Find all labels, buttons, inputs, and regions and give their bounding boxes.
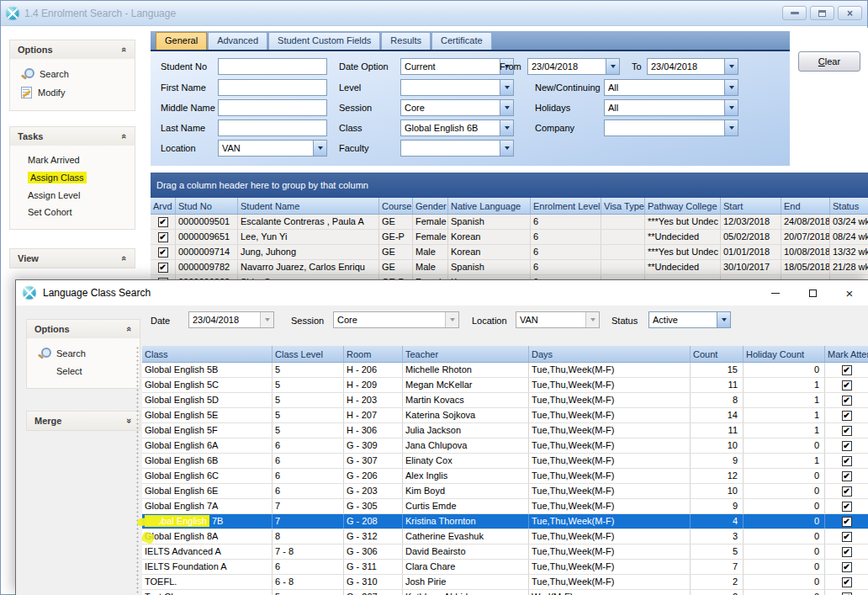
last-name-input[interactable] — [218, 120, 327, 136]
chevron-down-icon[interactable] — [500, 100, 513, 115]
column-header-visa-type[interactable]: Visa Type — [601, 198, 645, 214]
minimize-button[interactable] — [782, 6, 807, 20]
dialog-merge-panel-header[interactable]: Merge » — [27, 412, 140, 430]
sidebar-item-modify[interactable]: Modify — [10, 83, 135, 102]
checkbox-checked-icon[interactable]: ✔ — [842, 562, 852, 572]
dialog-close-button[interactable]: × — [831, 280, 868, 305]
cell-arvd[interactable]: ✔ — [151, 260, 176, 274]
column-header-end[interactable]: End — [781, 198, 830, 214]
class-row[interactable]: Global English 7A7G - 305Curtis EmdeTue,… — [142, 499, 868, 514]
panel-splitter[interactable] — [135, 346, 140, 595]
chevron-down-icon[interactable] — [717, 312, 730, 327]
cell-mark-atten[interactable]: ✔ — [825, 514, 868, 529]
tab-general[interactable]: General — [156, 32, 207, 50]
tasks-panel-header[interactable]: Tasks « — [10, 127, 135, 146]
cell-arvd[interactable]: ✔ — [151, 230, 176, 244]
chevron-down-icon[interactable] — [606, 59, 619, 74]
sidebar-item-mark-arrived[interactable]: Mark Arrived — [10, 151, 135, 168]
checkbox-checked-icon[interactable]: ✔ — [842, 365, 852, 375]
checkbox-checked-icon[interactable]: ✔ — [842, 396, 852, 406]
column-header-gender[interactable]: Gender — [413, 198, 448, 214]
chevron-down-icon[interactable] — [724, 120, 738, 135]
column-header-class-level[interactable]: Class Level — [273, 346, 344, 362]
column-header-course[interactable]: Course — [379, 198, 413, 214]
tab-student-custom-fields[interactable]: Student Custom Fields — [268, 32, 380, 50]
chevron-down-icon[interactable] — [500, 80, 513, 95]
column-header-native-language[interactable]: Native Language — [448, 198, 531, 214]
class-row[interactable]: IELTS Advanced A7 - 8G - 306David Beairs… — [142, 545, 868, 560]
cell-mark-atten[interactable]: ✔ — [825, 499, 868, 513]
cell-mark-atten[interactable]: ✔ — [825, 378, 868, 392]
dialog-options-panel-header[interactable]: Options « — [27, 320, 140, 338]
checkbox-checked-icon[interactable]: ✔ — [842, 577, 852, 587]
collapse-chevron-icon[interactable]: « — [119, 256, 130, 261]
cell-mark-atten[interactable]: ✔ — [825, 423, 868, 438]
column-header-holiday-count[interactable]: Holiday Count — [744, 346, 825, 362]
column-header-student-name[interactable]: Student Name — [238, 198, 379, 214]
dialog-minimize-button[interactable] — [757, 280, 794, 305]
column-header-days[interactable]: Days — [529, 346, 691, 362]
location-combobox[interactable]: VAN — [218, 140, 327, 157]
checkbox-checked-icon[interactable]: ✔ — [842, 441, 852, 451]
close-button[interactable]: × — [838, 6, 862, 20]
cell-mark-atten[interactable]: ✔ — [825, 393, 868, 407]
enrolment-row[interactable]: ✔0000009651Lee, Yun YiGE-PFemaleKorean6*… — [151, 230, 868, 245]
cell-mark-atten[interactable]: ✔ — [825, 454, 868, 468]
column-header-class[interactable]: Class — [142, 346, 273, 362]
tab-advanced[interactable]: Advanced — [208, 32, 267, 50]
clear-button[interactable]: Clear — [798, 51, 860, 72]
class-row[interactable]: Global English 5D5H - 203Martin KovacsTu… — [142, 393, 868, 408]
checkbox-checked-icon[interactable]: ✔ — [158, 232, 168, 242]
class-row[interactable]: IELTS Foundation A6G - 311Clara ChareTue… — [142, 560, 868, 575]
class-row[interactable]: Global English 6E6G - 203Kim BoydTue,Thu… — [142, 484, 868, 499]
chevron-down-icon[interactable] — [724, 80, 738, 95]
chevron-down-icon[interactable] — [500, 141, 513, 156]
cell-mark-atten[interactable]: ✔ — [825, 484, 868, 498]
column-header-stud-no[interactable]: Stud No — [176, 198, 238, 214]
checkbox-checked-icon[interactable]: ✔ — [842, 380, 852, 390]
collapse-chevron-icon[interactable]: « — [119, 47, 130, 52]
tab-results[interactable]: Results — [381, 32, 431, 50]
class-row[interactable]: Global English 5F5H - 306Julia JacksonTu… — [142, 423, 868, 438]
cell-mark-atten[interactable]: ✔ — [825, 560, 868, 574]
column-header-status[interactable]: Status — [830, 198, 868, 214]
checkbox-checked-icon[interactable]: ✔ — [842, 456, 852, 466]
chevron-down-icon[interactable] — [724, 59, 738, 74]
class-row[interactable]: Global English 6C6G - 206Alex InglisTue,… — [142, 469, 868, 484]
cell-mark-atten[interactable]: ✔ — [825, 408, 868, 422]
column-header-mark-atten[interactable]: Mark Atten — [825, 346, 868, 362]
to-date-combobox[interactable]: 23/04/2018 — [647, 58, 738, 75]
checkbox-checked-icon[interactable]: ✔ — [842, 502, 852, 512]
level-combobox[interactable] — [400, 79, 514, 96]
class-row[interactable]: Global English 6A6G - 309Jana ChlupovaTu… — [142, 438, 868, 454]
collapse-chevron-icon[interactable]: « — [124, 327, 135, 332]
class-row[interactable]: Global English 6B6G - 307Elinaty CoxTue,… — [142, 454, 868, 469]
cell-mark-atten[interactable]: ✔ — [825, 438, 868, 453]
session-combobox[interactable]: Core — [400, 99, 514, 116]
student-no-input[interactable] — [218, 58, 327, 75]
collapse-chevron-icon[interactable]: « — [119, 134, 130, 139]
cell-mark-atten[interactable]: ✔ — [825, 545, 868, 559]
cell-mark-atten[interactable]: ✔ — [825, 363, 868, 377]
checkbox-checked-icon[interactable]: ✔ — [158, 263, 168, 273]
class-row[interactable]: Global English 8A8G - 312Catherine Evash… — [142, 529, 868, 545]
column-header-arvd[interactable]: Arvd — [151, 198, 176, 214]
column-header-room[interactable]: Room — [344, 346, 403, 362]
enrolment-row[interactable]: ✔0000009501Escalante Contreras , Paula A… — [151, 215, 868, 230]
sidebar-item-search[interactable]: Search — [10, 65, 135, 83]
class-row[interactable]: Test Cl5G - 207Kathleen AldridWed(M-F)20… — [142, 590, 868, 595]
checkbox-checked-icon[interactable]: ✔ — [842, 411, 852, 421]
from-date-combobox[interactable]: 23/04/2018 — [527, 58, 620, 75]
checkbox-checked-icon[interactable]: ✔ — [158, 247, 168, 258]
column-header-enrolment-level[interactable]: Enrolment Level — [531, 198, 601, 214]
checkbox-checked-icon[interactable]: ✔ — [842, 426, 852, 436]
sidebar-item-select[interactable]: Select — [27, 363, 140, 380]
date-option-combobox[interactable]: Current — [400, 58, 514, 75]
group-by-band[interactable]: Drag a column header here to group by th… — [151, 173, 868, 198]
checkbox-checked-icon[interactable]: ✔ — [842, 486, 852, 497]
view-panel-header[interactable]: View « — [10, 249, 135, 268]
chevron-down-icon[interactable] — [313, 141, 326, 156]
options-panel-header[interactable]: Options « — [10, 40, 135, 59]
sidebar-item-search[interactable]: Search — [27, 344, 140, 363]
column-header-teacher[interactable]: Teacher — [403, 346, 529, 362]
